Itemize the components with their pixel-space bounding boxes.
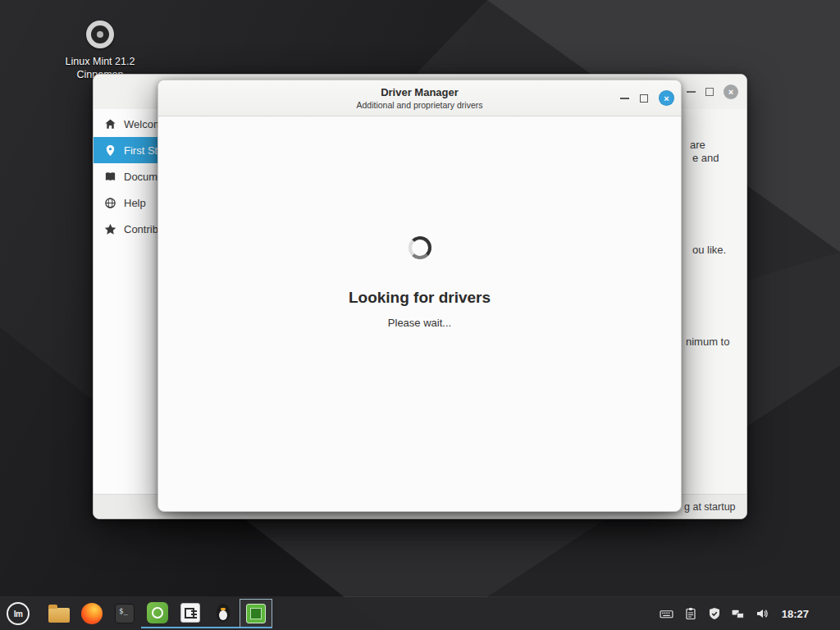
folder-icon xyxy=(48,608,70,623)
taskbar-item-penguin-app[interactable] xyxy=(207,599,240,628)
maximize-icon[interactable] xyxy=(640,94,648,103)
sidebar-item-label: Help xyxy=(124,197,146,209)
driver-manager-titlebar[interactable]: Driver Manager Additional and proprietar… xyxy=(158,80,681,116)
content-text-fragment: e and xyxy=(692,152,719,164)
penguin-icon xyxy=(212,602,234,623)
desktop: Linux Mint 21.2 Cinnamon × Welcome First… xyxy=(0,0,840,630)
taskbar-item-welcome[interactable] xyxy=(141,599,174,628)
terminal-launcher[interactable]: $_ xyxy=(108,599,141,628)
taskbar-item-driver-manager-active[interactable] xyxy=(240,599,272,628)
status-heading: Looking for drivers xyxy=(349,289,491,307)
text-editor-icon xyxy=(180,603,200,623)
firefox-launcher[interactable] xyxy=(75,599,108,628)
minimize-icon[interactable] xyxy=(687,91,696,93)
welcome-app-icon xyxy=(147,602,168,623)
content-text-fragment: nimum to xyxy=(686,336,729,348)
volume-icon[interactable] xyxy=(755,606,769,621)
book-icon xyxy=(104,171,116,183)
desktop-shortcut-install[interactable]: Linux Mint 21.2 Cinnamon xyxy=(43,21,158,81)
close-icon[interactable]: × xyxy=(724,84,738,99)
pin-icon xyxy=(104,144,116,157)
help-globe-icon xyxy=(104,197,116,209)
penguin-belly xyxy=(219,610,227,620)
taskbar-item-editor[interactable] xyxy=(174,599,207,628)
penguin-beak xyxy=(221,608,226,610)
mint-logo-icon: lm xyxy=(14,609,23,619)
minimize-icon[interactable] xyxy=(620,98,629,99)
driver-manager-body: Looking for drivers Please wait... xyxy=(158,116,681,511)
keyboard-layout-icon[interactable] xyxy=(660,606,674,621)
content-text-fragment: are xyxy=(690,139,705,151)
terminal-prompt-glyph: $ xyxy=(119,607,123,615)
window-title: Driver Manager xyxy=(381,86,459,98)
bottom-panel: lm $_ xyxy=(0,597,840,630)
maximize-icon[interactable] xyxy=(705,88,714,96)
window-subtitle: Additional and proprietary drivers xyxy=(356,100,482,110)
network-icon[interactable] xyxy=(731,606,746,621)
shield-updates-icon[interactable] xyxy=(707,606,722,621)
driver-manager-window: Driver Manager Additional and proprietar… xyxy=(158,80,682,512)
mint-menu-button[interactable]: lm xyxy=(7,602,30,625)
clipboard-icon[interactable] xyxy=(683,606,698,621)
install-disc-icon xyxy=(86,21,114,48)
shortcut-label-line1: Linux Mint 21.2 xyxy=(43,55,158,68)
clock[interactable]: 18:27 xyxy=(782,608,809,620)
firefox-icon xyxy=(81,603,103,624)
close-icon[interactable]: × xyxy=(659,90,674,106)
status-subtext: Please wait... xyxy=(388,317,451,329)
home-icon xyxy=(104,118,116,130)
star-icon xyxy=(104,223,116,235)
terminal-icon: $_ xyxy=(115,604,135,623)
driver-manager-app-icon xyxy=(246,604,266,623)
startup-checkbox-label-fragment[interactable]: g at startup xyxy=(684,501,736,513)
content-text-fragment: ou like. xyxy=(692,244,726,256)
files-launcher[interactable] xyxy=(43,599,75,628)
loading-spinner-icon xyxy=(409,236,431,259)
